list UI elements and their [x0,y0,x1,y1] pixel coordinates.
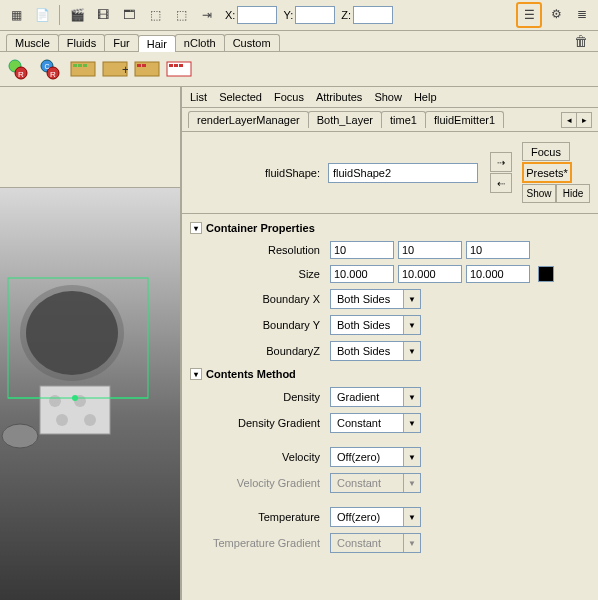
tool-icon-4[interactable]: 🎞 [91,3,115,27]
density-gradient-dropdown[interactable]: Constant▼ [330,413,421,433]
channel-box-icon[interactable]: ≣ [570,2,594,26]
tool-icon-2[interactable]: 📄 [30,3,54,27]
shelf-btn-6[interactable] [164,55,194,83]
shelf-btn-5[interactable] [132,55,162,83]
presets-button[interactable]: Presets* [522,162,572,183]
tab-scroll-right[interactable]: ▸ [576,112,592,128]
shelf-btn-4[interactable]: + [100,55,130,83]
menu-focus[interactable]: Focus [274,91,304,103]
go-in-icon[interactable]: ⇢ [490,152,512,172]
focus-button[interactable]: Focus [522,142,570,161]
node-tab-2[interactable]: time1 [381,111,426,128]
node-name-label: fluidShape: [250,167,320,179]
viewport-3d[interactable] [0,188,180,600]
node-tab-1[interactable]: Both_Layer [308,111,382,128]
x-input[interactable] [237,6,277,24]
tab-fur[interactable]: Fur [104,34,139,51]
menu-show[interactable]: Show [374,91,402,103]
density-gradient-label: Density Gradient [190,417,326,429]
svg-rect-9 [78,64,82,67]
svg-rect-18 [174,64,178,67]
tool-icon-7[interactable]: ⬚ [169,3,193,27]
section-contents-method[interactable]: ▾ Contents Method [188,364,596,384]
chevron-down-icon[interactable]: ▼ [403,388,420,406]
show-button[interactable]: Show [522,184,556,203]
menu-attributes[interactable]: Attributes [316,91,362,103]
resolution-y[interactable] [398,241,462,259]
go-out-icon[interactable]: ⇠ [490,173,512,193]
hide-button[interactable]: Hide [556,184,590,203]
size-swatch-icon[interactable] [538,266,554,282]
resolution-z[interactable] [466,241,530,259]
chevron-down-icon[interactable]: ▼ [403,414,420,432]
tool-icon-3[interactable]: 🎬 [65,3,89,27]
twisty-icon[interactable]: ▾ [190,368,202,380]
trash-icon[interactable]: 🗑 [574,33,592,51]
node-tab-3[interactable]: fluidEmitter1 [425,111,504,128]
svg-point-30 [72,395,78,401]
boundary-y-dropdown[interactable]: Both Sides▼ [330,315,421,335]
size-x[interactable] [330,265,394,283]
size-label: Size [190,268,326,280]
shelf-btn-1[interactable]: R [4,55,34,83]
section-container-properties[interactable]: ▾ Container Properties [188,218,596,238]
temperature-gradient-dropdown: Constant▼ [330,533,421,553]
attr-scroll[interactable]: ▾ Container Properties Resolution Size B… [182,214,598,600]
velocity-label: Velocity [190,451,326,463]
svg-rect-14 [137,64,141,67]
svg-text:+: + [122,63,128,77]
svg-rect-17 [169,64,173,67]
node-tabs: renderLayerManager Both_Layer time1 flui… [182,108,598,132]
tool-icon-5[interactable]: 🗔 [117,3,141,27]
size-y[interactable] [398,265,462,283]
menu-help[interactable]: Help [414,91,437,103]
menu-list[interactable]: List [190,91,207,103]
boundary-x-label: Boundary X [190,293,326,305]
node-name-input[interactable] [328,163,478,183]
boundary-y-label: Boundary Y [190,319,326,331]
tool-icon-1[interactable]: ▦ [4,3,28,27]
attribute-editor-toggle-highlighted[interactable]: ☰ [516,2,542,28]
tool-icon-8[interactable]: ⇥ [195,3,219,27]
density-dropdown[interactable]: Gradient▼ [330,387,421,407]
chevron-down-icon[interactable]: ▼ [403,342,420,360]
svg-rect-15 [142,64,146,67]
tool-icon-6[interactable]: ⬚ [143,3,167,27]
tab-hair[interactable]: Hair [138,35,176,52]
velocity-dropdown[interactable]: Off(zero)▼ [330,447,421,467]
boundary-x-dropdown[interactable]: Both Sides▼ [330,289,421,309]
twisty-icon[interactable]: ▾ [190,222,202,234]
tool-settings-icon[interactable]: ⚙ [544,2,568,26]
chevron-down-icon[interactable]: ▼ [403,448,420,466]
node-tab-0[interactable]: renderLayerManager [188,111,309,128]
coord-y: Y: [281,6,335,24]
chevron-down-icon: ▼ [403,534,420,552]
shelf: R CR + [0,52,598,87]
size-z[interactable] [466,265,530,283]
tab-muscle[interactable]: Muscle [6,34,59,51]
menu-selected[interactable]: Selected [219,91,262,103]
tab-fluids[interactable]: Fluids [58,34,105,51]
chevron-down-icon[interactable]: ▼ [403,508,420,526]
tab-scroll-left[interactable]: ◂ [561,112,577,128]
velocity-gradient-label: Velocity Gradient [190,477,326,489]
boundary-z-dropdown[interactable]: Both Sides▼ [330,341,421,361]
resolution-x[interactable] [330,241,394,259]
temperature-dropdown[interactable]: Off(zero)▼ [330,507,421,527]
tab-ncloth[interactable]: nCloth [175,34,225,51]
temperature-gradient-label: Temperature Gradient [190,537,326,549]
svg-rect-10 [83,64,87,67]
z-input[interactable] [353,6,393,24]
shelf-btn-3[interactable] [68,55,98,83]
y-input[interactable] [295,6,335,24]
chevron-down-icon[interactable]: ▼ [403,316,420,334]
svg-rect-23 [40,386,110,434]
svg-text:R: R [50,70,56,79]
tab-custom[interactable]: Custom [224,34,280,51]
chevron-down-icon[interactable]: ▼ [403,290,420,308]
coord-z: Z: [339,6,393,24]
svg-point-28 [2,424,38,448]
main-area: List Selected Focus Attributes Show Help… [0,87,598,600]
coord-x: X: [223,6,277,24]
shelf-btn-2[interactable]: CR [36,55,66,83]
